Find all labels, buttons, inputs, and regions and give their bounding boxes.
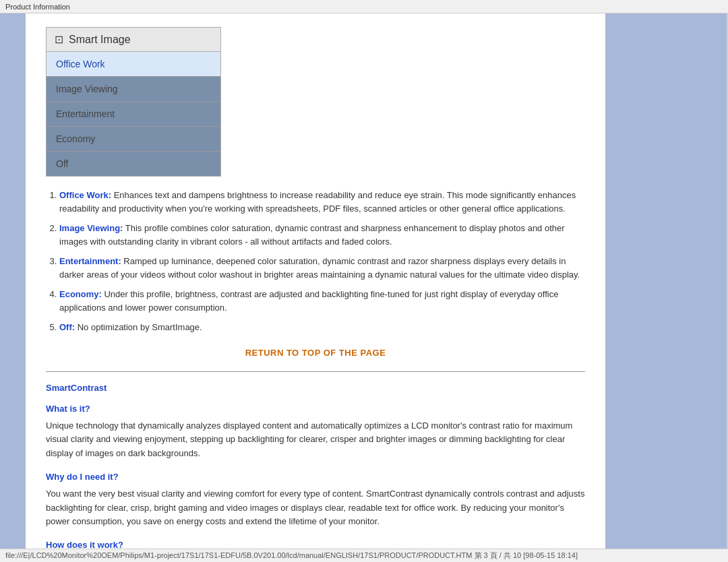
smart-image-container: ⊡ Smart Image Office WorkImage ViewingEn… [46,27,221,177]
return-top-anchor[interactable]: RETURN TO TOP OF THE PAGE [245,348,386,358]
description-list: Office Work: Enhances text and dampens b… [59,189,585,334]
smart-contrast-title: SmartContrast [46,383,585,393]
menu-item-economy[interactable]: Economy [47,127,220,152]
divider [46,371,585,372]
why-need-it-body: You want the very best visual clarity an… [46,487,585,529]
bottom-bar-url: file:///E|/LCD%20Monitor%20OEM/Philips/M… [5,551,578,561]
smart-image-title: Smart Image [69,34,131,46]
left-panel [0,13,26,562]
menu-items-container: Office WorkImage ViewingEntertainmentEco… [47,52,220,176]
smart-image-icon: ⊡ [55,33,63,46]
list-term[interactable]: Entertainment: [59,256,121,266]
why-need-it-heading: Why do I need it? [46,472,585,482]
bottom-bar: file:///E|/LCD%20Monitor%20OEM/Philips/M… [0,549,728,562]
list-item: Image Viewing: This profile combines col… [59,222,585,248]
return-to-top-link[interactable]: RETURN TO TOP OF THE PAGE [46,348,585,358]
list-term[interactable]: Off: [59,322,75,332]
menu-item-image-viewing[interactable]: Image Viewing [47,77,220,102]
list-item: Off: No optimization by SmartImage. [59,321,585,334]
smart-image-header: ⊡ Smart Image [47,28,220,52]
top-bar: Product Information [0,0,728,13]
content-area: ⊡ Smart Image Office WorkImage ViewingEn… [26,13,605,562]
list-term[interactable]: Office Work: [59,190,111,200]
list-item: Economy: Under this profile, brightness,… [59,288,585,314]
menu-item-off[interactable]: Off [47,152,220,176]
list-term[interactable]: Economy: [59,289,102,299]
right-panel [605,13,727,562]
what-is-it-body: Unique technology that dynamically analy… [46,419,585,461]
menu-item-office-work[interactable]: Office Work [47,52,220,77]
list-term[interactable]: Image Viewing: [59,223,123,233]
what-is-it-heading: What is it? [46,404,585,414]
smart-contrast-section: SmartContrast What is it? Unique technol… [46,383,585,551]
list-item: Office Work: Enhances text and dampens b… [59,189,585,215]
top-bar-label: Product Information [5,3,70,11]
list-item: Entertainment: Ramped up luminance, deep… [59,255,585,281]
main-layout: ⊡ Smart Image Office WorkImage ViewingEn… [0,13,728,562]
menu-item-entertainment[interactable]: Entertainment [47,102,220,127]
